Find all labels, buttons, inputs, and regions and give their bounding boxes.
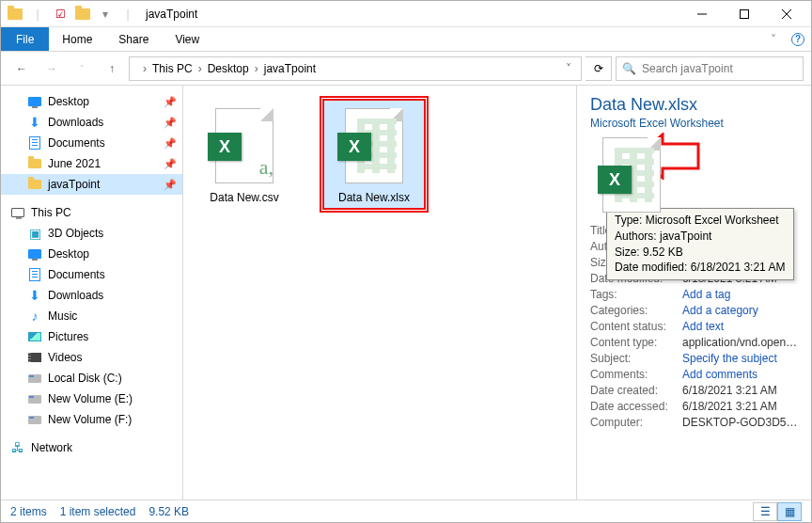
sidebar-item-label: Music — [48, 309, 77, 323]
qat-check[interactable]: ☑ — [50, 4, 70, 24]
qat-folder[interactable] — [5, 4, 25, 24]
sidebar-item-label: Documents — [48, 136, 105, 150]
status-bar: 2 items 1 item selected 9.52 KB ☰ ▦ — [1, 499, 811, 522]
close-button[interactable] — [765, 1, 807, 27]
search-placeholder: Search javaTpoint — [642, 62, 733, 75]
sidebar-item-local-disk-c-[interactable]: Local Disk (C:) — [1, 368, 182, 388]
detail-key: Comments: — [590, 368, 675, 381]
excel-icon: X — [337, 133, 371, 161]
refresh-button[interactable]: ⟳ — [586, 56, 612, 81]
tooltip-authors: Authors: javaTpoint — [615, 229, 786, 245]
file-view[interactable]: Xa,Data New.csvXData New.xlsx Type: Micr… — [183, 86, 576, 499]
tooltip-type: Type: Microsoft Excel Worksheet — [615, 213, 786, 229]
sidebar-item-new-volume-e-[interactable]: New Volume (E:) — [1, 388, 182, 409]
qat-dropdown[interactable]: ▾ — [95, 4, 116, 24]
detail-value[interactable]: Specify the subject — [682, 352, 798, 365]
detail-key: Date created: — [590, 384, 675, 397]
file-tab[interactable]: File — [1, 27, 49, 51]
sidebar-item-javatpoint[interactable]: javaTpoint📌 — [1, 174, 182, 195]
document-icon — [29, 136, 40, 150]
minimize-button[interactable] — [680, 1, 723, 27]
sidebar-item-documents[interactable]: Documents — [1, 264, 182, 285]
sidebar-this-pc[interactable]: This PC — [1, 202, 182, 223]
disk-icon — [28, 374, 41, 383]
detail-key: Categories: — [590, 304, 675, 317]
network-icon: 🖧 — [10, 440, 25, 455]
sidebar-item-label: Documents — [48, 268, 105, 281]
sidebar-network-label: Network — [31, 441, 72, 454]
sidebar-item-music[interactable]: ♪Music — [1, 306, 182, 326]
search-input[interactable]: 🔍 Search javaTpoint — [616, 56, 804, 81]
sidebar-item-desktop[interactable]: Desktop📌 — [1, 91, 182, 112]
sidebar-item-label: Downloads — [48, 289, 103, 302]
detail-value[interactable]: Add text — [682, 320, 798, 333]
detail-value[interactable]: Add a tag — [682, 288, 798, 301]
tab-home[interactable]: Home — [49, 27, 105, 51]
sidebar-item-3d-objects[interactable]: ▣3D Objects — [1, 223, 182, 244]
sidebar-item-pictures[interactable]: Pictures — [1, 326, 182, 347]
download-icon: ⬇ — [29, 288, 40, 303]
view-details-button[interactable]: ☰ — [753, 502, 777, 521]
sidebar-item-documents[interactable]: Documents📌 — [1, 133, 182, 153]
file-name: Data New.xlsx — [338, 191, 410, 204]
bc-desktop[interactable]: Desktop — [204, 62, 253, 75]
forward-button[interactable]: → — [39, 55, 65, 82]
search-icon: 🔍 — [622, 62, 636, 75]
tooltip-size: Size: 9.52 KB — [615, 245, 786, 261]
bc-this-pc[interactable]: This PC — [148, 62, 196, 75]
qat-folder2[interactable] — [72, 4, 93, 24]
bc-folder[interactable]: javaTpoint — [260, 62, 320, 75]
folder-icon — [28, 180, 41, 189]
pin-icon: 📌 — [164, 179, 177, 191]
sidebar-item-desktop[interactable]: Desktop — [1, 244, 182, 264]
sidebar-item-label: Downloads — [48, 116, 103, 129]
sidebar-item-downloads[interactable]: ⬇Downloads📌 — [1, 112, 182, 133]
excel-icon: X — [208, 133, 242, 161]
sidebar-item-label: New Volume (E:) — [48, 392, 133, 405]
tab-share[interactable]: Share — [105, 27, 162, 51]
breadcrumb-dropdown[interactable]: ˅ — [560, 62, 577, 75]
detail-key: Content type: — [590, 336, 675, 349]
qat-divider: | — [27, 4, 48, 24]
recent-dropdown[interactable]: ˅ — [69, 55, 95, 82]
tab-view[interactable]: View — [162, 27, 212, 51]
sidebar-item-new-volume-f-[interactable]: New Volume (F:) — [1, 409, 182, 430]
sidebar-pc-label: This PC — [31, 206, 71, 219]
sidebar-network[interactable]: 🖧 Network — [1, 437, 182, 458]
csv-suffix: a, — [259, 155, 273, 180]
sidebar-item-videos[interactable]: Videos — [1, 347, 182, 368]
download-icon: ⬇ — [29, 115, 40, 130]
window-title: javaTpoint — [146, 8, 197, 21]
help-button[interactable]: ? — [785, 27, 811, 51]
sidebar-item-label: Pictures — [48, 330, 88, 343]
detail-value[interactable]: Add comments — [682, 368, 798, 381]
document-icon — [29, 268, 40, 281]
folder-icon — [8, 8, 23, 20]
detail-value: 6/18/2021 3:21 AM — [682, 384, 798, 397]
ribbon-expand[interactable]: ˅ — [762, 27, 785, 51]
sidebar-item-downloads[interactable]: ⬇Downloads — [1, 285, 182, 306]
sidebar-item-label: Local Disk (C:) — [48, 372, 122, 385]
sidebar-item-label: Desktop — [48, 95, 89, 108]
sidebar-item-label: June 2021 — [48, 157, 101, 170]
refresh-icon: ⟳ — [594, 62, 603, 75]
list-icon: ☰ — [760, 505, 771, 518]
sidebar-item-june-2021[interactable]: June 2021📌 — [1, 153, 182, 174]
sidebar-item-label: Desktop — [48, 247, 89, 261]
file-item[interactable]: XData New.xlsx — [322, 99, 426, 210]
file-item[interactable]: Xa,Data New.csv — [193, 99, 296, 210]
folder-icon — [28, 159, 41, 168]
back-button[interactable]: ← — [8, 55, 35, 82]
pc-icon — [11, 208, 24, 217]
detail-value[interactable]: Add a category — [682, 304, 798, 317]
detail-value: 6/18/2021 3:21 AM — [682, 400, 798, 413]
tooltip-modified: Date modified: 6/18/2021 3:21 AM — [615, 260, 786, 276]
detail-value: DESKTOP-GOD3D5R (thi… — [682, 416, 798, 429]
maximize-button[interactable] — [723, 1, 765, 27]
breadcrumb[interactable]: › This PC › Desktop › javaTpoint ˅ — [129, 56, 582, 81]
status-selected: 1 item selected — [60, 505, 136, 518]
sidebar[interactable]: Desktop📌⬇Downloads📌Documents📌June 2021📌j… — [1, 86, 183, 499]
up-button[interactable]: ↑ — [99, 55, 125, 82]
view-icons-button[interactable]: ▦ — [777, 502, 802, 521]
detail-key: Tags: — [590, 288, 675, 301]
